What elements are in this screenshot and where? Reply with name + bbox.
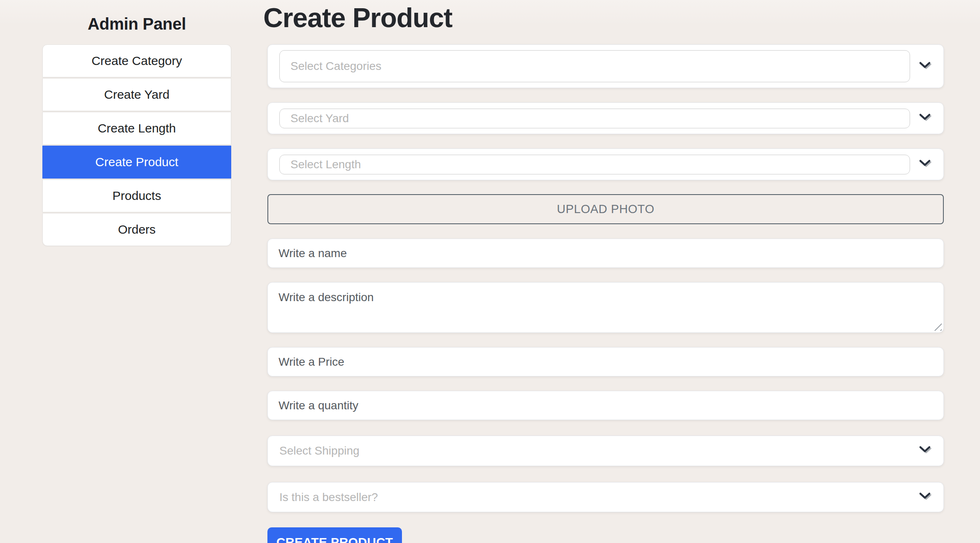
sidebar-item-label: Orders: [118, 223, 156, 237]
shipping-select[interactable]: Select Shipping: [267, 436, 944, 466]
chevron-down-icon: [918, 158, 932, 170]
shipping-select-placeholder: Select Shipping: [279, 444, 918, 457]
category-select-input[interactable]: [279, 50, 910, 82]
sidebar-item-label: Create Product: [95, 155, 179, 169]
category-select-toggle[interactable]: [918, 61, 932, 72]
admin-sidebar: Admin Panel Create Category Create Yard …: [42, 0, 231, 246]
sidebar-item-create-product[interactable]: Create Product: [42, 146, 231, 179]
sidebar-item-create-category[interactable]: Create Category: [42, 44, 231, 77]
sidebar-item-orders[interactable]: Orders: [42, 213, 231, 246]
product-description-wrap: [267, 282, 944, 333]
bestseller-select-placeholder: Is this a bestseller?: [279, 491, 918, 504]
length-select-input[interactable]: [279, 155, 910, 174]
bestseller-select[interactable]: Is this a bestseller?: [267, 482, 944, 512]
sidebar-title: Admin Panel: [42, 12, 231, 35]
yard-select-input[interactable]: [279, 109, 910, 128]
category-select-row: [267, 44, 944, 88]
sidebar-item-label: Products: [112, 189, 161, 203]
sidebar-item-label: Create Yard: [104, 88, 170, 102]
length-select-row: [267, 149, 944, 180]
product-quantity-input[interactable]: [267, 391, 944, 420]
product-price-input[interactable]: [267, 347, 944, 376]
chevron-down-icon: [918, 60, 932, 72]
length-select-toggle[interactable]: [918, 159, 932, 170]
sidebar-item-products[interactable]: Products: [42, 179, 231, 212]
yard-select-row: [267, 102, 944, 134]
yard-select-toggle[interactable]: [918, 113, 932, 124]
sidebar-item-create-length[interactable]: Create Length: [42, 112, 231, 145]
create-product-button[interactable]: CREATE PRODUCT: [267, 527, 402, 543]
page-title: Create Product: [263, 2, 944, 33]
sidebar-menu: Create Category Create Yard Create Lengt…: [42, 44, 231, 246]
upload-photo-button[interactable]: UPLOAD PHOTO: [267, 194, 944, 224]
sidebar-item-label: Create Category: [91, 54, 182, 68]
chevron-down-icon: [918, 445, 932, 457]
product-name-input[interactable]: [267, 239, 944, 268]
chevron-down-icon: [918, 491, 932, 504]
chevron-down-icon: [918, 112, 932, 124]
sidebar-item-label: Create Length: [98, 121, 176, 135]
create-product-form: Create Product: [267, 0, 944, 543]
product-description-textarea[interactable]: [267, 282, 944, 333]
sidebar-item-create-yard[interactable]: Create Yard: [42, 78, 231, 111]
